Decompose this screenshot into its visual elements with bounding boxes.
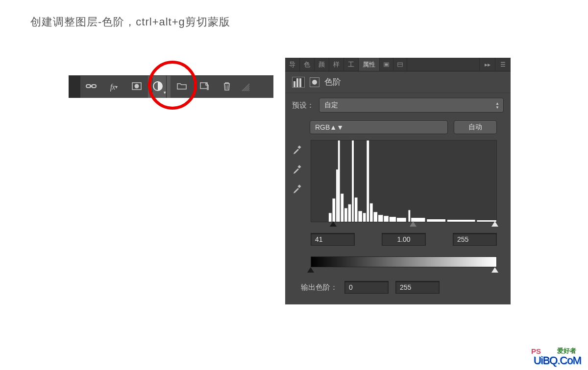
watermark-url: UiBQ.CoM	[534, 354, 581, 367]
layer-effects-button[interactable]: fx▾	[102, 76, 125, 98]
eyedropper-column	[292, 140, 307, 222]
output-white-field[interactable]: 255	[395, 281, 440, 294]
folder-icon	[177, 82, 187, 92]
eyedropper-icon	[292, 183, 303, 194]
preset-value: 自定	[324, 101, 338, 110]
tab-nav[interactable]: 导	[285, 58, 300, 71]
svg-rect-22	[338, 140, 340, 222]
histogram-area	[285, 137, 511, 222]
panel-tabstrip: 导 色 颜 样 工 属性 ▸▸ ☰	[285, 58, 511, 71]
input-levels-row: 41 1.00 255	[285, 230, 511, 249]
auto-button[interactable]: 自动	[454, 120, 497, 134]
svg-rect-39	[427, 219, 445, 222]
svg-rect-26	[352, 140, 354, 222]
eyedropper-icon	[292, 144, 303, 155]
layer-toolbar: fx▾ ▾	[69, 75, 273, 98]
white-point-eyedropper[interactable]	[292, 183, 303, 194]
svg-rect-28	[358, 211, 362, 222]
dropdown-indicator-icon: ▾	[115, 84, 117, 90]
svg-rect-31	[370, 203, 373, 222]
svg-rect-34	[384, 216, 388, 222]
preset-row: 预设： 自定 ▲▼	[285, 93, 511, 117]
svg-rect-27	[355, 198, 358, 222]
svg-rect-20	[332, 199, 335, 222]
svg-rect-32	[374, 212, 378, 222]
svg-rect-19	[329, 213, 332, 222]
panel-menu-button[interactable]: ☰	[495, 58, 511, 71]
link-layers-button[interactable]	[80, 76, 102, 98]
link-icon	[86, 83, 97, 92]
tab-tools[interactable]: 工	[344, 58, 359, 71]
dropdown-indicator-icon: ▾	[164, 90, 166, 98]
input-white-field[interactable]: 255	[453, 233, 497, 246]
svg-rect-24	[344, 208, 347, 222]
mask-icon	[132, 82, 142, 92]
delete-layer-button[interactable]	[216, 76, 238, 98]
output-black-field[interactable]: 0	[344, 281, 389, 294]
white-point-slider[interactable]	[491, 221, 498, 227]
output-black-slider[interactable]	[307, 267, 314, 273]
midtone-slider[interactable]	[410, 221, 416, 227]
tab-icon-2[interactable]	[393, 58, 407, 71]
expand-icon: ▸▸	[485, 61, 490, 68]
trash-icon	[222, 81, 231, 93]
adjustment-layer-icon	[152, 81, 163, 93]
svg-rect-17	[297, 165, 301, 168]
tab-icon-1[interactable]	[380, 58, 393, 71]
svg-rect-29	[363, 213, 366, 222]
new-layer-icon	[199, 82, 209, 92]
svg-rect-36	[397, 218, 406, 222]
panel-expand-button[interactable]: ▸▸	[479, 58, 495, 71]
black-point-eyedropper[interactable]	[292, 144, 303, 155]
tab-styles[interactable]: 样	[329, 58, 344, 71]
gray-point-eyedropper[interactable]	[292, 163, 303, 174]
toolbar-corner	[238, 76, 253, 98]
channel-row: RGB ▲▼ 自动	[285, 117, 511, 137]
output-gradient	[311, 256, 497, 267]
fx-icon: fx	[110, 83, 115, 92]
preset-label: 预设：	[292, 101, 314, 110]
histogram-chart	[311, 140, 496, 222]
output-white-slider[interactable]	[491, 267, 498, 273]
output-levels-row: 输出色阶： 0 255	[285, 276, 511, 304]
svg-rect-30	[367, 140, 369, 222]
channel-dropdown[interactable]: RGB ▲▼	[310, 120, 448, 134]
properties-header: 色阶	[285, 71, 511, 93]
svg-rect-25	[348, 204, 351, 222]
preset-dropdown[interactable]: 自定 ▲▼	[319, 98, 504, 113]
output-slider-track[interactable]	[311, 268, 497, 276]
dropdown-arrows-icon: ▲▼	[495, 102, 499, 109]
adjustment-title: 色阶	[324, 76, 341, 88]
svg-rect-33	[378, 215, 383, 222]
svg-rect-14	[398, 63, 402, 67]
layer-mask-thumb[interactable]	[310, 77, 319, 87]
black-point-slider[interactable]	[330, 221, 337, 227]
input-slider-track[interactable]	[311, 222, 497, 230]
add-mask-button[interactable]	[125, 76, 148, 98]
svg-line-7	[226, 85, 226, 89]
levels-type-icon	[292, 77, 305, 88]
new-group-button[interactable]	[171, 76, 193, 98]
input-mid-field[interactable]: 1.00	[382, 233, 426, 246]
tab-swatches[interactable]: 颜	[315, 58, 329, 71]
svg-rect-18	[297, 185, 301, 188]
svg-rect-13	[385, 63, 388, 66]
menu-icon: ☰	[500, 61, 506, 68]
svg-rect-23	[341, 194, 343, 222]
tab-properties[interactable]: 属性	[359, 58, 380, 71]
tab-color[interactable]: 色	[300, 58, 315, 71]
dropdown-arrows-icon: ▲▼	[330, 123, 343, 131]
eyedropper-icon	[292, 163, 303, 174]
output-label: 输出色阶：	[301, 283, 338, 292]
page-title: 创建调整图层-色阶，ctrl+alt+g剪切蒙版	[30, 15, 230, 29]
panel-icon	[397, 62, 403, 68]
panel-icon	[384, 62, 389, 68]
svg-line-8	[228, 85, 228, 89]
svg-rect-40	[447, 220, 475, 222]
svg-rect-35	[390, 217, 396, 222]
input-black-field[interactable]: 41	[311, 233, 355, 246]
new-adjustment-layer-button[interactable]: ▾	[148, 76, 171, 98]
new-layer-button[interactable]	[193, 76, 216, 98]
svg-point-4	[135, 84, 139, 88]
properties-panel: 导 色 颜 样 工 属性 ▸▸ ☰ 色阶 预设： 自定 ▲▼ RGB ▲▼ 自动	[285, 58, 511, 304]
